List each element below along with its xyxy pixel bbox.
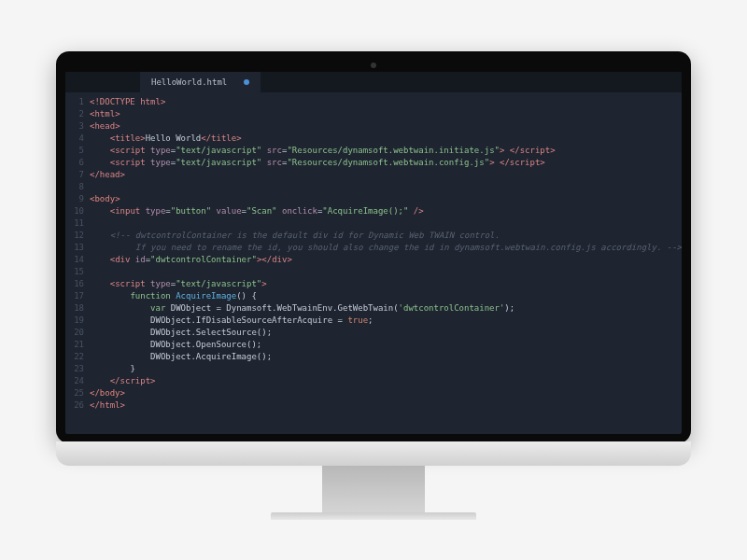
line-number: 24 xyxy=(65,375,84,387)
line-number: 26 xyxy=(65,399,84,412)
code-editor[interactable]: 1234567891011121314151617181920212223242… xyxy=(65,92,682,434)
code-content: <!DOCTYPE html> <html> <head> <title>Hel… xyxy=(90,96,682,434)
line-number: 9 xyxy=(65,193,84,205)
file-tab[interactable]: HelloWorld.html xyxy=(140,72,261,92)
line-number: 19 xyxy=(65,315,84,327)
line-number: 22 xyxy=(65,351,84,363)
monitor-chin xyxy=(56,441,691,466)
line-number: 21 xyxy=(65,339,84,351)
line-number: 5 xyxy=(65,145,84,157)
line-number: 4 xyxy=(65,133,84,145)
imac-monitor: HelloWorld.html 123456789101112131415161… xyxy=(56,51,691,509)
monitor-stand-neck xyxy=(322,466,425,512)
camera-dot xyxy=(371,63,376,68)
tab-bar: HelloWorld.html xyxy=(65,72,682,92)
line-number: 11 xyxy=(65,217,84,230)
modified-indicator-icon xyxy=(244,79,249,85)
line-number: 23 xyxy=(65,363,84,375)
line-number: 16 xyxy=(65,278,84,290)
line-number: 25 xyxy=(65,387,84,399)
line-number-gutter: 1234567891011121314151617181920212223242… xyxy=(65,96,90,434)
line-number: 17 xyxy=(65,290,84,302)
editor-screen: HelloWorld.html 123456789101112131415161… xyxy=(65,72,682,434)
monitor-bezel: HelloWorld.html 123456789101112131415161… xyxy=(56,51,691,443)
line-number: 7 xyxy=(65,169,84,181)
monitor-stand-base xyxy=(271,512,476,520)
line-number: 3 xyxy=(65,120,84,133)
line-number: 12 xyxy=(65,230,84,242)
line-number: 2 xyxy=(65,108,84,120)
line-number: 13 xyxy=(65,242,84,254)
line-number: 10 xyxy=(65,205,84,217)
tab-filename: HelloWorld.html xyxy=(151,77,227,87)
line-number: 20 xyxy=(65,327,84,339)
line-number: 8 xyxy=(65,181,84,193)
line-number: 15 xyxy=(65,266,84,278)
line-number: 1 xyxy=(65,96,84,108)
line-number: 14 xyxy=(65,254,84,266)
line-number: 18 xyxy=(65,302,84,315)
line-number: 6 xyxy=(65,157,84,169)
